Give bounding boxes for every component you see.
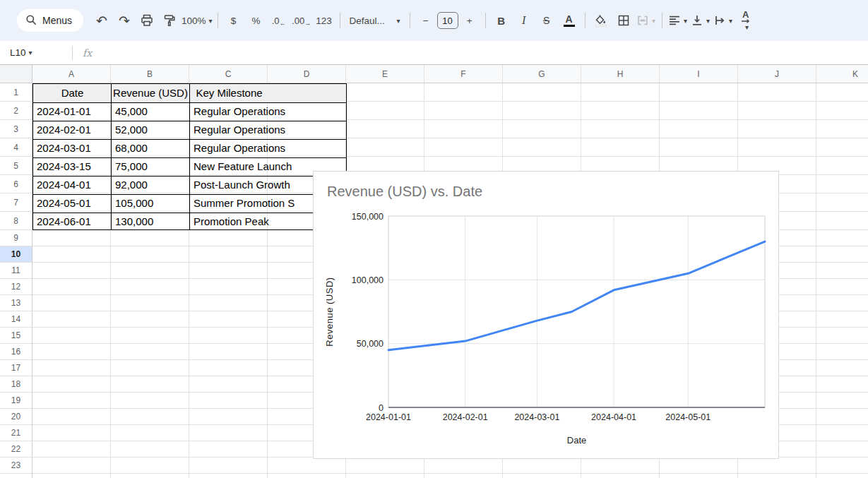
cell-C12[interactable]	[189, 279, 268, 295]
cell-B14[interactable]	[111, 311, 189, 328]
borders-button[interactable]	[613, 10, 634, 31]
cell-D24[interactable]	[268, 474, 346, 478]
cell-K17[interactable]	[816, 360, 868, 376]
cell-K14[interactable]	[816, 311, 868, 328]
italic-button[interactable]: I	[513, 10, 535, 31]
cell-K4[interactable]	[816, 138, 868, 157]
cell-C24[interactable]	[189, 474, 268, 478]
cell-K21[interactable]	[816, 425, 868, 441]
merge-cells-button[interactable]	[636, 10, 657, 31]
cell-K3[interactable]	[816, 120, 868, 138]
fill-color-button[interactable]	[590, 10, 612, 31]
decrease-font-size-button[interactable]: −	[415, 10, 436, 31]
cell-A14[interactable]	[32, 311, 111, 328]
more-formats-button[interactable]: 123	[314, 10, 335, 31]
cell-A16[interactable]	[32, 344, 111, 360]
cell-F1[interactable]	[424, 83, 503, 102]
cell-C21[interactable]	[189, 425, 268, 441]
header-cell-date[interactable]: Date	[33, 84, 112, 102]
chart-card[interactable]: Revenue (USD) vs. Date 050,000100,000150…	[313, 171, 779, 459]
font-family-menu[interactable]: Defaul...	[345, 10, 405, 31]
row-header-10[interactable]: 10	[0, 246, 32, 263]
cell-B13[interactable]	[111, 295, 189, 311]
cell-A22[interactable]	[32, 441, 111, 458]
cell-B21[interactable]	[111, 425, 189, 441]
cell-B12[interactable]	[111, 279, 189, 295]
increase-decimal-button[interactable]: .00→	[291, 10, 312, 31]
cell-A19[interactable]	[32, 393, 111, 409]
text-wrap-button[interactable]	[713, 10, 734, 31]
zoom-menu[interactable]: 100%	[182, 10, 213, 31]
cell-B17[interactable]	[111, 360, 189, 376]
format-currency-button[interactable]: $	[223, 10, 244, 31]
row-header-7[interactable]: 7	[0, 193, 32, 212]
cell-I24[interactable]	[660, 474, 738, 478]
cell-B23[interactable]	[111, 458, 189, 474]
cell-H24[interactable]	[581, 474, 660, 478]
cell-J4[interactable]	[738, 138, 816, 157]
undo-button[interactable]	[91, 10, 112, 31]
cell-J1[interactable]	[738, 83, 816, 102]
cell-G2[interactable]	[503, 102, 581, 120]
row-header-21[interactable]: 21	[0, 425, 32, 441]
cell-B19[interactable]	[111, 393, 189, 409]
table-cell-milestone[interactable]: Regular Operations	[190, 139, 347, 157]
cell-K10[interactable]	[816, 246, 868, 263]
table-cell-milestone[interactable]: Regular Operations	[190, 102, 347, 121]
row-header-9[interactable]: 9	[0, 230, 32, 246]
cell-K22[interactable]	[816, 441, 868, 458]
row-header-1[interactable]: 1	[0, 83, 32, 102]
column-header-K[interactable]: K	[816, 65, 868, 83]
cell-B18[interactable]	[111, 376, 189, 393]
cell-F3[interactable]	[424, 120, 503, 138]
cell-K24[interactable]	[816, 474, 868, 478]
column-header-I[interactable]: I	[660, 65, 738, 83]
cell-B24[interactable]	[111, 474, 189, 478]
row-header-19[interactable]: 19	[0, 393, 32, 409]
table-cell-milestone[interactable]: Regular Operations	[190, 121, 347, 139]
cell-I3[interactable]	[660, 120, 738, 138]
font-size-input[interactable]: 10	[437, 12, 458, 29]
column-header-J[interactable]: J	[738, 65, 816, 83]
cell-K2[interactable]	[816, 102, 868, 120]
cell-A20[interactable]	[32, 409, 111, 425]
row-header-13[interactable]: 13	[0, 295, 32, 311]
select-all-corner[interactable]	[0, 65, 32, 83]
table-cell-date[interactable]: 2024-05-01	[33, 194, 112, 213]
cell-J2[interactable]	[738, 102, 816, 120]
cell-A15[interactable]	[32, 328, 111, 344]
bold-button[interactable]: B	[491, 10, 512, 31]
cell-C18[interactable]	[189, 376, 268, 393]
cell-B20[interactable]	[111, 409, 189, 425]
cell-K20[interactable]	[816, 409, 868, 425]
cell-E3[interactable]	[346, 120, 424, 138]
cell-K5[interactable]	[816, 157, 868, 175]
column-header-B[interactable]: B	[111, 65, 189, 83]
table-cell-revenue[interactable]: 92,000	[112, 176, 189, 194]
cell-C15[interactable]	[189, 328, 268, 344]
cell-A9[interactable]	[32, 230, 111, 246]
cell-K19[interactable]	[816, 393, 868, 409]
table-cell-revenue[interactable]: 68,000	[112, 139, 189, 157]
cell-K23[interactable]	[816, 458, 868, 474]
cell-J3[interactable]	[738, 120, 816, 138]
formula-input[interactable]	[92, 41, 868, 64]
table-cell-date[interactable]: 2024-06-01	[33, 213, 112, 231]
row-header-8[interactable]: 8	[0, 212, 32, 230]
row-header-12[interactable]: 12	[0, 279, 32, 295]
cell-C10[interactable]	[189, 246, 268, 263]
table-cell-revenue[interactable]: 52,000	[112, 121, 189, 139]
cell-B10[interactable]	[111, 246, 189, 263]
increase-font-size-button[interactable]: +	[459, 10, 480, 31]
cell-K11[interactable]	[816, 263, 868, 279]
cell-C23[interactable]	[189, 458, 268, 474]
cell-H3[interactable]	[581, 120, 660, 138]
cell-B16[interactable]	[111, 344, 189, 360]
cell-C19[interactable]	[189, 393, 268, 409]
row-header-24[interactable]: 24	[0, 474, 32, 478]
table-cell-revenue[interactable]: 105,000	[112, 194, 189, 213]
row-header-22[interactable]: 22	[0, 441, 32, 458]
cell-K15[interactable]	[816, 328, 868, 344]
horizontal-align-button[interactable]	[667, 10, 689, 31]
column-header-C[interactable]: C	[189, 65, 268, 83]
